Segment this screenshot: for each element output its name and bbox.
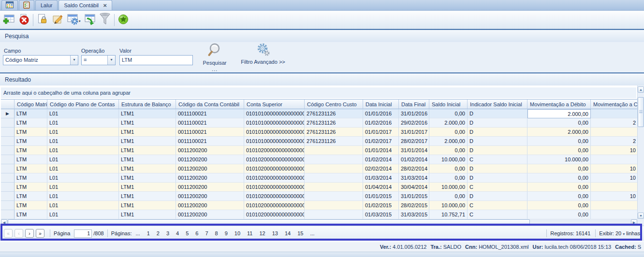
table-row[interactable]: ▶LTML01LTM100111000210101010000000000000… — [1, 109, 638, 118]
table-cell[interactable] — [591, 155, 638, 164]
table-cell[interactable]: LTM1 — [119, 137, 176, 146]
last-page-button[interactable]: » — [36, 229, 44, 238]
page-number-link[interactable]: 10 — [234, 230, 240, 236]
favorites-button[interactable] — [116, 13, 131, 28]
page-number-link[interactable]: 9 — [225, 230, 228, 236]
table-cell[interactable]: 2761231126 — [305, 118, 363, 128]
table-row[interactable]: LTML01LTM1001120020001010200000000000000… — [1, 155, 638, 164]
table-cell[interactable]: LTM — [15, 137, 47, 146]
table-cell[interactable]: L01 — [47, 128, 119, 137]
column-header[interactable]: Saldo Inicial — [429, 99, 468, 109]
table-cell[interactable]: 0011200200 — [176, 146, 244, 155]
table-cell[interactable]: LTM — [15, 118, 47, 128]
table-cell[interactable]: 01/01/2017 — [363, 128, 399, 137]
table-cell[interactable]: 01010200000000000000 — [244, 201, 305, 210]
table-cell[interactable]: 0011200200 — [176, 201, 244, 210]
table-cell[interactable]: 01/03/2014 — [363, 173, 399, 183]
table-cell[interactable]: 0,00 — [527, 146, 591, 155]
table-cell[interactable]: 2 — [591, 118, 638, 128]
table-cell[interactable]: L01 — [47, 164, 119, 173]
table-cell[interactable]: LTM — [15, 210, 47, 219]
table-cell[interactable]: 0,00 — [527, 137, 591, 146]
table-cell[interactable]: LTM — [15, 201, 47, 210]
table-cell[interactable]: D — [468, 192, 527, 201]
table-cell[interactable]: 01/02/2014 — [399, 155, 429, 164]
row-indicator-cell[interactable] — [1, 146, 15, 155]
table-cell[interactable]: 01010100000000000000 — [244, 109, 305, 118]
table-cell[interactable] — [591, 201, 638, 210]
page-number-link[interactable]: 4 — [176, 230, 179, 236]
column-header[interactable]: Movimentação a Débito — [527, 99, 591, 109]
table-cell[interactable]: 29/02/2016 — [399, 118, 429, 128]
column-header[interactable]: Código da Conta Contábil — [176, 99, 244, 109]
table-cell[interactable]: 0,00 — [429, 192, 468, 201]
table-cell[interactable]: L01 — [47, 183, 119, 192]
table-cell[interactable]: 0011200200 — [176, 210, 244, 219]
table-cell[interactable] — [305, 173, 363, 183]
table-cell[interactable]: 01/01/2015 — [363, 192, 399, 201]
table-cell[interactable]: LTM — [15, 173, 47, 183]
table-cell[interactable]: 31/03/2014 — [399, 173, 429, 183]
table-cell[interactable] — [591, 210, 638, 219]
row-indicator-cell[interactable] — [1, 155, 15, 164]
page-number-link[interactable]: 13 — [272, 230, 278, 236]
filter-button[interactable] — [98, 13, 113, 28]
table-cell[interactable]: LTM1 — [119, 128, 176, 137]
table-cell[interactable]: 01010200000000000000 — [244, 164, 305, 173]
table-cell[interactable]: LTM1 — [119, 109, 176, 118]
table-cell[interactable]: 0011100021 — [176, 109, 244, 118]
page-number-input[interactable]: 1 — [74, 229, 92, 238]
row-indicator-cell[interactable] — [1, 118, 15, 128]
table-cell[interactable]: 2761231126 — [305, 109, 363, 118]
table-cell[interactable]: 0,00 — [429, 164, 468, 173]
table-cell[interactable]: 2.000,00 — [429, 118, 468, 128]
column-header[interactable]: Movimentação a Cr — [591, 99, 638, 109]
table-cell[interactable]: 0011200200 — [176, 155, 244, 164]
table-cell[interactable]: 0011100021 — [176, 137, 244, 146]
table-row[interactable]: LTML01LTM1001120020001010200000000000000… — [1, 210, 638, 219]
table-cell[interactable]: 10.000,00 — [527, 155, 591, 164]
pesquisar-button[interactable]: Pesquisar ... — [197, 43, 232, 72]
filtro-avancado-button[interactable]: Filtro Avançado >> — [235, 42, 291, 65]
table-row[interactable]: LTML01LTM1001120020001010200000000000000… — [1, 146, 638, 155]
table-cell[interactable]: 01/02/2016 — [363, 118, 399, 128]
table-cell[interactable]: LTM1 — [119, 173, 176, 183]
table-cell[interactable] — [305, 164, 363, 173]
table-cell[interactable]: 01010100000000000000 — [244, 137, 305, 146]
table-cell[interactable]: 31/01/2015 — [399, 192, 429, 201]
table-cell[interactable]: LTM1 — [119, 118, 176, 128]
table-cell[interactable]: 31/01/2016 — [399, 109, 429, 118]
table-cell[interactable]: 02/02/2014 — [363, 164, 399, 173]
table-row[interactable]: LTML01LTM1001110002101010100000000000000… — [1, 137, 638, 146]
table-cell[interactable]: 31/01/2017 — [399, 128, 429, 137]
tab-saldo-cont-bil[interactable]: Saldo Contábil✕ — [59, 0, 112, 10]
table-cell[interactable] — [305, 155, 363, 164]
table-cell[interactable]: L01 — [47, 146, 119, 155]
group-by-panel[interactable]: Arraste aqui o cabeçalho de uma coluna p… — [1, 87, 636, 98]
table-cell[interactable]: LTM — [15, 192, 47, 201]
table-cell[interactable] — [591, 183, 638, 192]
table-row[interactable]: LTML01LTM1001120020001010200000000000000… — [1, 201, 638, 210]
table-cell[interactable]: L01 — [47, 201, 119, 210]
table-cell[interactable]: D — [468, 109, 527, 118]
row-indicator-cell[interactable] — [1, 137, 15, 146]
exibir-dropdown[interactable]: 20 ▾ — [615, 230, 625, 236]
table-cell[interactable]: 0011200200 — [176, 173, 244, 183]
chevron-down-icon[interactable]: ▾ — [70, 56, 78, 65]
table-cell[interactable] — [305, 210, 363, 219]
table-cell[interactable]: 2.000,00 — [429, 137, 468, 146]
table-cell[interactable]: D — [468, 118, 527, 128]
table-row[interactable]: LTML01LTM1001120020001010200000000000000… — [1, 164, 638, 173]
table-cell[interactable]: 01010100000000000000 — [244, 128, 305, 137]
page-number-link[interactable]: 8 — [215, 230, 218, 236]
table-cell[interactable]: 28/02/2017 — [399, 137, 429, 146]
table-cell[interactable]: 01/03/2015 — [363, 210, 399, 219]
table-cell[interactable]: 01010200000000000000 — [244, 173, 305, 183]
grid-settings-button[interactable] — [65, 13, 80, 28]
table-cell[interactable]: 0,00 — [527, 201, 591, 210]
scroll-left-icon[interactable]: ◀ — [1, 219, 7, 226]
table-cell[interactable]: 0,00 — [527, 164, 591, 173]
chevron-down-icon[interactable]: ▾ — [79, 19, 81, 23]
table-cell[interactable]: 28/02/2014 — [399, 164, 429, 173]
page-number-link[interactable]: 3 — [166, 230, 169, 236]
